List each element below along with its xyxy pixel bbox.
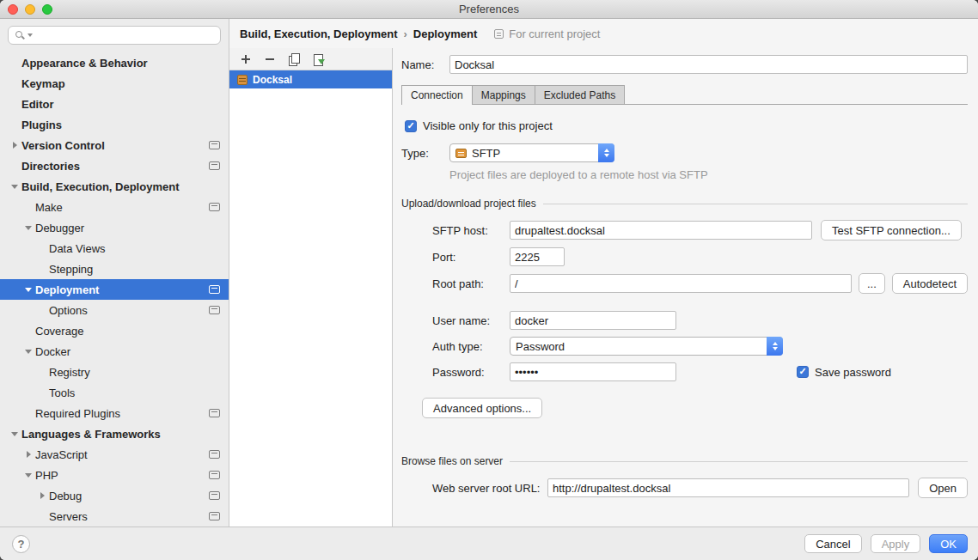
tab-mappings[interactable]: Mappings <box>472 85 535 104</box>
sidebar-item-build-execution-deployment[interactable]: Build, Execution, Deployment <box>0 176 229 197</box>
search-options-caret-icon[interactable] <box>28 33 33 37</box>
browse-root-path-button[interactable]: ... <box>859 273 885 294</box>
zoom-window-button[interactable] <box>42 4 52 15</box>
sidebar-item-label: JavaScript <box>35 448 88 461</box>
name-label: Name: <box>401 58 449 71</box>
save-password-label: Save password <box>815 366 891 379</box>
sidebar-item-docker[interactable]: Docker <box>0 341 229 362</box>
close-window-button[interactable] <box>8 4 18 15</box>
server-list: Docksal <box>229 70 392 527</box>
arrow-spacer <box>36 304 49 316</box>
tab-excluded-paths[interactable]: Excluded Paths <box>535 85 625 104</box>
chevron-down-icon[interactable] <box>22 469 35 481</box>
help-button[interactable]: ? <box>12 535 30 553</box>
sidebar-item-label: Required Plugins <box>35 407 120 420</box>
chevron-right-icon[interactable] <box>22 448 35 460</box>
password-input[interactable] <box>510 362 676 381</box>
scope-label: For current project <box>509 27 600 40</box>
sidebar-item-plugins[interactable]: Plugins <box>0 114 229 135</box>
tab-connection[interactable]: Connection <box>401 85 473 104</box>
settings-search-field[interactable] <box>8 26 221 45</box>
search-icon <box>15 30 25 40</box>
project-scope-icon <box>209 285 220 294</box>
type-select[interactable]: SFTP <box>449 143 614 162</box>
minimize-window-button[interactable] <box>25 4 35 15</box>
chevron-down-icon[interactable] <box>9 180 21 192</box>
user-name-input[interactable] <box>510 311 676 330</box>
sidebar-item-stepping[interactable]: Stepping <box>0 259 229 279</box>
visible-only-checkbox[interactable] <box>405 120 417 132</box>
autodetect-button[interactable]: Autodetect <box>892 273 968 294</box>
sidebar-item-label: Directories <box>21 160 80 173</box>
sidebar-item-servers[interactable]: Servers <box>0 506 229 527</box>
sidebar-item-make[interactable]: Make <box>0 197 229 217</box>
port-label: Port: <box>432 251 510 264</box>
add-button[interactable] <box>240 53 252 65</box>
remove-button[interactable] <box>264 53 276 65</box>
name-input[interactable] <box>449 55 968 74</box>
sidebar-item-label: Servers <box>49 510 88 523</box>
sidebar-item-label: Registry <box>49 366 90 379</box>
sidebar-item-appearance-behavior[interactable]: Appearance & Behavior <box>0 52 229 73</box>
sidebar-item-tools[interactable]: Tools <box>0 382 229 403</box>
chevron-down-icon[interactable] <box>22 345 35 357</box>
sidebar-item-options[interactable]: Options <box>0 300 229 320</box>
server-list-toolbar <box>229 48 392 70</box>
web-root-label: Web server root URL: <box>432 482 547 495</box>
section-divider <box>510 461 968 462</box>
arrow-spacer <box>22 407 35 419</box>
arrow-spacer <box>36 366 49 378</box>
sidebar-item-label: Plugins <box>21 119 62 131</box>
sidebar-item-data-views[interactable]: Data Views <box>0 238 229 259</box>
sidebar-item-directories[interactable]: Directories <box>0 155 229 176</box>
settings-tree: Appearance & BehaviorKeymapEditorPlugins… <box>0 51 229 527</box>
sidebar-item-languages-frameworks[interactable]: Languages & Frameworks <box>0 423 229 444</box>
traffic-lights <box>8 4 52 15</box>
sidebar-item-label: Editor <box>21 98 54 111</box>
open-button[interactable]: Open <box>918 478 968 498</box>
chevron-down-icon[interactable] <box>9 428 21 440</box>
save-password-checkbox[interactable] <box>797 366 809 378</box>
sidebar-item-javascript[interactable]: JavaScript <box>0 444 229 465</box>
web-root-input[interactable] <box>547 478 909 497</box>
sidebar-item-label: Version Control <box>21 139 105 152</box>
connection-tabs: ConnectionMappingsExcluded Paths <box>401 85 968 105</box>
breadcrumb-root[interactable]: Build, Execution, Deployment <box>240 27 397 40</box>
sidebar-item-coverage[interactable]: Coverage <box>0 320 229 341</box>
paste-button[interactable] <box>312 53 324 65</box>
sftp-host-input[interactable] <box>510 221 812 240</box>
sidebar-item-editor[interactable]: Editor <box>0 94 229 114</box>
arrow-spacer <box>36 387 49 399</box>
sidebar-item-version-control[interactable]: Version Control <box>0 135 229 155</box>
type-value: SFTP <box>472 147 500 160</box>
root-path-input[interactable] <box>510 274 852 293</box>
sidebar-item-keymap[interactable]: Keymap <box>0 73 229 94</box>
port-input[interactable] <box>510 247 565 266</box>
dropdown-stepper-icon[interactable] <box>767 337 783 356</box>
sidebar-item-php[interactable]: PHP <box>0 465 229 485</box>
project-scope-icon <box>209 512 220 520</box>
scope-indicator: For current project <box>494 27 600 40</box>
dropdown-stepper-icon[interactable] <box>598 143 614 162</box>
type-help-text: Project files are deployed to a remote h… <box>449 168 968 181</box>
apply-button[interactable]: Apply <box>871 534 921 553</box>
copy-button[interactable] <box>288 53 300 65</box>
sidebar-item-registry[interactable]: Registry <box>0 362 229 382</box>
sidebar-item-required-plugins[interactable]: Required Plugins <box>0 403 229 423</box>
sidebar-item-deployment[interactable]: Deployment <box>0 279 229 300</box>
advanced-options-button[interactable]: Advanced options... <box>422 398 542 418</box>
chevron-right-icon[interactable] <box>9 139 21 151</box>
chevron-down-icon[interactable] <box>22 222 35 234</box>
chevron-down-icon[interactable] <box>22 283 35 295</box>
cancel-button[interactable]: Cancel <box>804 534 861 553</box>
arrow-spacer <box>36 242 49 254</box>
auth-type-select[interactable]: Password <box>510 337 783 356</box>
chevron-right-icon[interactable] <box>36 490 49 502</box>
sidebar-item-label: Stepping <box>49 263 93 276</box>
server-list-item-docksal[interactable]: Docksal <box>229 70 392 88</box>
ok-button[interactable]: OK <box>929 534 968 553</box>
test-sftp-connection-button[interactable]: Test SFTP connection... <box>821 220 962 240</box>
sidebar-item-label: Options <box>49 304 88 317</box>
sidebar-item-debugger[interactable]: Debugger <box>0 217 229 238</box>
sidebar-item-debug[interactable]: Debug <box>0 485 229 506</box>
